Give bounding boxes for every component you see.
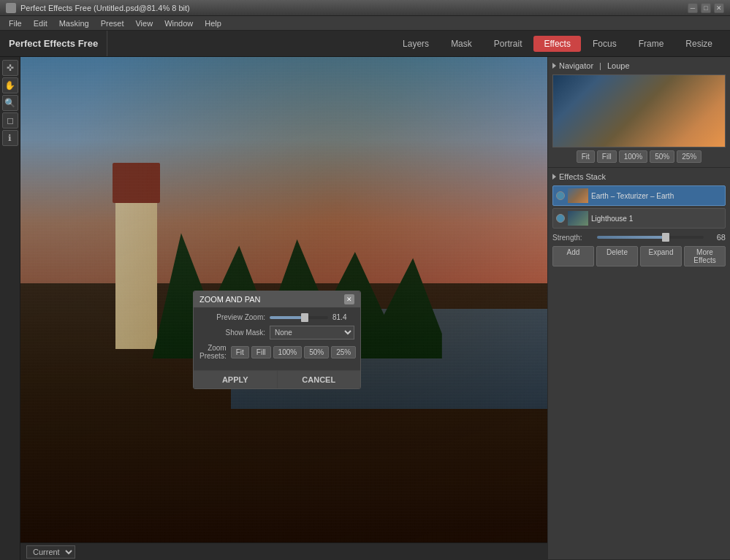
nav-50-button[interactable]: 50%	[650, 150, 674, 163]
navigator-actions: Fit Fill 100% 50% 25%	[552, 150, 726, 163]
tool-crop[interactable]: ◻	[2, 112, 18, 129]
show-mask-select[interactable]: None	[270, 326, 354, 340]
strength-slider[interactable]	[597, 236, 704, 239]
effects-stack-title: Effects Stack	[559, 172, 606, 181]
tab-resize[interactable]: Resize	[675, 36, 723, 52]
nav-25-button[interactable]: 25%	[677, 150, 702, 163]
effects-stack-triangle	[552, 174, 556, 180]
effect-label-earth: Earth – Texturizer – Earth	[591, 192, 722, 200]
nav-100-button[interactable]: 100%	[619, 150, 648, 163]
zoom-preset-fit[interactable]: Fit	[231, 346, 249, 358]
right-panel: Navigator | Loupe Fit Fill 100% 50% 25% …	[547, 57, 730, 560]
zoom-preset-100[interactable]: 100%	[273, 346, 303, 358]
effect-thumb-earth	[568, 188, 588, 203]
close-button[interactable]: ✕	[714, 3, 724, 13]
apply-button[interactable]: APPLY	[194, 371, 278, 388]
zoom-preset-50[interactable]: 50%	[304, 346, 329, 358]
preview-zoom-label: Preview Zoom:	[199, 313, 265, 321]
delete-button[interactable]: Delete	[596, 246, 638, 266]
app-icon	[6, 3, 16, 13]
effects-stack-panel: Effects Stack Earth – Texturizer – Earth…	[548, 168, 730, 560]
status-select[interactable]: Current	[26, 545, 75, 559]
main-area: ✜ ✋ 🔍 ◻ ℹ Current ZOOM AND PA	[0, 57, 730, 560]
effect-eye-earth[interactable]	[556, 191, 565, 200]
preview-zoom-slider[interactable]	[270, 316, 328, 319]
zoom-pan-title: ZOOM AND PAN	[199, 295, 261, 304]
effect-item-earth[interactable]: Earth – Texturizer – Earth	[552, 185, 726, 206]
zoom-pan-footer: APPLY CANCEL	[194, 370, 360, 388]
effect-item-lighthouse[interactable]: Lighthouse 1	[552, 208, 726, 229]
navigator-triangle	[552, 63, 556, 69]
show-mask-label: Show Mask:	[199, 329, 265, 337]
strength-label: Strength:	[552, 234, 593, 242]
menu-help[interactable]: Help	[199, 18, 227, 29]
nav-fill-button[interactable]: Fill	[597, 150, 617, 163]
window-controls: ─ □ ✕	[688, 3, 724, 13]
tab-portrait[interactable]: Portrait	[484, 36, 533, 52]
tab-effects[interactable]: Effects	[533, 36, 580, 52]
tool-info[interactable]: ℹ	[2, 130, 18, 146]
tab-focus[interactable]: Focus	[582, 36, 627, 52]
title-bar: Perfect Effects Free (Untitled.psd@81.4%…	[0, 0, 730, 16]
more-effects-button[interactable]: More Effects	[684, 246, 726, 266]
status-bar: Current	[20, 542, 547, 560]
navigator-preview	[552, 74, 726, 147]
nav-tabs: Layers Mask Portrait Effects Focus Frame…	[107, 36, 730, 52]
zoom-presets-buttons: Fit Fill 100% 50% 25%	[231, 346, 357, 358]
canvas-area[interactable]: Current ZOOM AND PAN ✕ Preview Zoom: 81.…	[20, 57, 547, 560]
stack-actions: Add Delete Expand More Effects	[552, 246, 726, 266]
menu-edit[interactable]: Edit	[28, 18, 53, 29]
zoom-pan-body: Preview Zoom: 81.4 Show Mask: None Zoom …	[194, 307, 360, 370]
effect-label-lighthouse: Lighthouse 1	[591, 215, 722, 223]
tab-mask[interactable]: Mask	[441, 36, 482, 52]
navigator-title: Navigator	[559, 61, 593, 70]
menu-view[interactable]: View	[129, 18, 159, 29]
loupe-tab[interactable]: Loupe	[607, 61, 630, 70]
expand-button[interactable]: Expand	[640, 246, 682, 266]
zoom-presets-label: Zoom Presets:	[199, 344, 227, 360]
effect-eye-lighthouse[interactable]	[556, 214, 565, 223]
menu-preset[interactable]: Preset	[95, 18, 130, 29]
effect-thumb-lighthouse	[568, 211, 588, 226]
navigator-header: Navigator | Loupe	[552, 61, 726, 70]
navigator-panel: Navigator | Loupe Fit Fill 100% 50% 25%	[548, 57, 730, 168]
effects-stack-header: Effects Stack	[552, 172, 726, 181]
strength-value: 68	[708, 233, 726, 242]
restore-button[interactable]: □	[701, 3, 711, 13]
zoom-pan-header[interactable]: ZOOM AND PAN ✕	[194, 291, 360, 307]
tool-hand[interactable]: ✋	[2, 77, 18, 93]
zoom-pan-dialog: ZOOM AND PAN ✕ Preview Zoom: 81.4 Show M…	[193, 291, 361, 389]
tab-layers[interactable]: Layers	[392, 36, 439, 52]
minimize-button[interactable]: ─	[688, 3, 698, 13]
menu-bar: File Edit Masking Preset View Window Hel…	[0, 16, 730, 31]
add-button[interactable]: Add	[552, 246, 594, 266]
cancel-button[interactable]: CANCEL	[278, 371, 361, 388]
preview-zoom-row: Preview Zoom: 81.4	[199, 313, 354, 321]
zoom-pan-close[interactable]: ✕	[344, 294, 354, 304]
menu-masking[interactable]: Masking	[53, 18, 95, 29]
zoom-presets-row: Zoom Presets: Fit Fill 100% 50% 25%	[199, 344, 354, 360]
tool-move[interactable]: ✜	[2, 60, 18, 76]
nav-fit-button[interactable]: Fit	[577, 150, 595, 163]
preview-zoom-value: 81.4	[332, 313, 354, 321]
app-logo: Perfect Effects Free	[0, 31, 107, 56]
menu-window[interactable]: Window	[159, 18, 199, 29]
left-toolbar: ✜ ✋ 🔍 ◻ ℹ	[0, 57, 20, 560]
strength-row: Strength: 68	[552, 233, 726, 242]
zoom-preset-25[interactable]: 25%	[331, 346, 356, 358]
top-toolbar: Perfect Effects Free Layers Mask Portrai…	[0, 31, 730, 57]
zoom-preset-fill[interactable]: Fill	[251, 346, 271, 358]
tool-zoom[interactable]: 🔍	[2, 95, 18, 111]
show-mask-row: Show Mask: None	[199, 326, 354, 340]
tab-frame[interactable]: Frame	[628, 36, 674, 52]
menu-file[interactable]: File	[3, 18, 28, 29]
window-title: Perfect Effects Free (Untitled.psd@81.4%…	[20, 4, 688, 12]
